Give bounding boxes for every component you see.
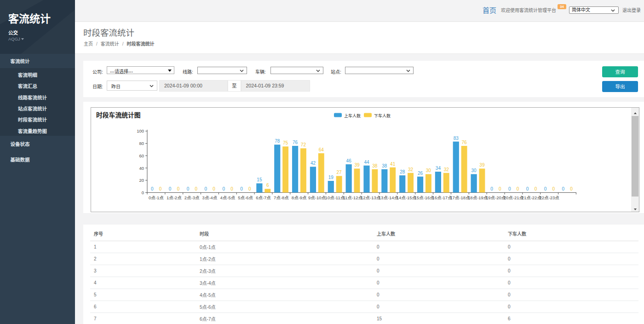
svg-text:14点-15点: 14点-15点 xyxy=(397,195,417,200)
svg-text:0点-1点: 0点-1点 xyxy=(149,195,164,200)
svg-text:6: 6 xyxy=(266,183,269,188)
svg-text:30: 30 xyxy=(472,168,477,173)
svg-text:0: 0 xyxy=(240,186,243,191)
svg-text:1点-2点: 1点-2点 xyxy=(167,195,182,200)
svg-text:0: 0 xyxy=(248,186,251,191)
svg-text:42: 42 xyxy=(310,161,316,166)
svg-text:17点-18点: 17点-18点 xyxy=(450,195,470,200)
svg-text:100: 100 xyxy=(137,128,144,133)
svg-text:12点-13点: 12点-13点 xyxy=(361,195,381,200)
svg-text:46: 46 xyxy=(346,158,352,163)
svg-text:0: 0 xyxy=(205,186,207,191)
svg-text:64: 64 xyxy=(319,147,324,152)
svg-text:4点-5点: 4点-5点 xyxy=(220,195,235,200)
svg-text:76: 76 xyxy=(293,140,298,145)
svg-text:0: 0 xyxy=(526,186,529,191)
svg-text:39: 39 xyxy=(354,162,360,168)
svg-text:38: 38 xyxy=(382,163,387,168)
svg-text:0: 0 xyxy=(142,190,144,195)
svg-text:0: 0 xyxy=(169,186,172,191)
svg-text:44: 44 xyxy=(364,160,369,165)
svg-text:21点-22点: 21点-22点 xyxy=(522,195,542,200)
svg-text:13点-14点: 13点-14点 xyxy=(379,195,399,200)
svg-text:18点-19点: 18点-19点 xyxy=(468,195,488,200)
svg-text:80: 80 xyxy=(139,141,144,146)
svg-text:19点-20点: 19点-20点 xyxy=(486,195,506,200)
svg-text:15点-16点: 15点-16点 xyxy=(414,195,435,200)
svg-text:10点-11点: 10点-11点 xyxy=(325,195,345,200)
svg-text:9点-10点: 9点-10点 xyxy=(308,195,326,200)
svg-text:32: 32 xyxy=(444,167,449,172)
svg-text:0: 0 xyxy=(552,186,555,191)
svg-text:38: 38 xyxy=(372,163,378,168)
svg-text:41: 41 xyxy=(390,162,396,167)
svg-text:0: 0 xyxy=(535,186,537,191)
svg-text:0: 0 xyxy=(222,186,225,191)
svg-text:6点-7点: 6点-7点 xyxy=(256,195,271,200)
svg-text:32: 32 xyxy=(408,167,414,172)
svg-text:时段车流统计图: 时段车流统计图 xyxy=(96,111,141,119)
svg-text:30: 30 xyxy=(426,168,431,173)
svg-text:78: 78 xyxy=(275,139,280,144)
svg-text:0: 0 xyxy=(499,186,501,191)
svg-text:0: 0 xyxy=(508,186,511,191)
svg-text:0: 0 xyxy=(490,186,493,191)
svg-text:20: 20 xyxy=(139,178,144,183)
svg-text:3点-4点: 3点-4点 xyxy=(202,195,218,200)
svg-text:83: 83 xyxy=(454,136,459,141)
svg-text:上车人数: 上车人数 xyxy=(344,113,361,118)
svg-text:20点-21点: 20点-21点 xyxy=(504,195,524,200)
svg-text:下车人数: 下车人数 xyxy=(374,113,391,118)
svg-text:15: 15 xyxy=(257,177,262,182)
svg-text:7点-8点: 7点-8点 xyxy=(274,195,289,200)
svg-text:75: 75 xyxy=(283,140,288,145)
svg-text:0: 0 xyxy=(544,186,547,191)
svg-text:34: 34 xyxy=(436,166,441,171)
svg-text:8点-9点: 8点-9点 xyxy=(292,195,307,200)
svg-text:22点-23点: 22点-23点 xyxy=(539,195,559,200)
svg-text:0: 0 xyxy=(213,186,215,191)
svg-text:0: 0 xyxy=(570,186,573,191)
svg-text:5点-6点: 5点-6点 xyxy=(238,195,253,200)
svg-text:19: 19 xyxy=(328,175,334,180)
svg-text:39: 39 xyxy=(479,162,485,168)
svg-text:27: 27 xyxy=(337,170,342,175)
svg-text:40: 40 xyxy=(139,166,144,171)
svg-text:2点-3点: 2点-3点 xyxy=(184,195,200,200)
svg-text:0: 0 xyxy=(159,186,162,191)
svg-text:0: 0 xyxy=(562,186,565,191)
svg-text:26: 26 xyxy=(418,171,423,176)
svg-text:16点-17点: 16点-17点 xyxy=(432,195,452,200)
svg-text:11点-12点: 11点-12点 xyxy=(343,195,362,200)
svg-text:0: 0 xyxy=(517,186,519,191)
svg-text:0: 0 xyxy=(151,186,154,191)
svg-text:28: 28 xyxy=(400,169,405,174)
svg-text:0: 0 xyxy=(177,186,180,191)
svg-text:0: 0 xyxy=(195,186,198,191)
svg-text:0: 0 xyxy=(187,186,190,191)
svg-text:0: 0 xyxy=(230,186,233,191)
svg-text:72: 72 xyxy=(301,142,306,147)
svg-text:60: 60 xyxy=(139,153,144,158)
svg-text:76: 76 xyxy=(461,140,467,145)
